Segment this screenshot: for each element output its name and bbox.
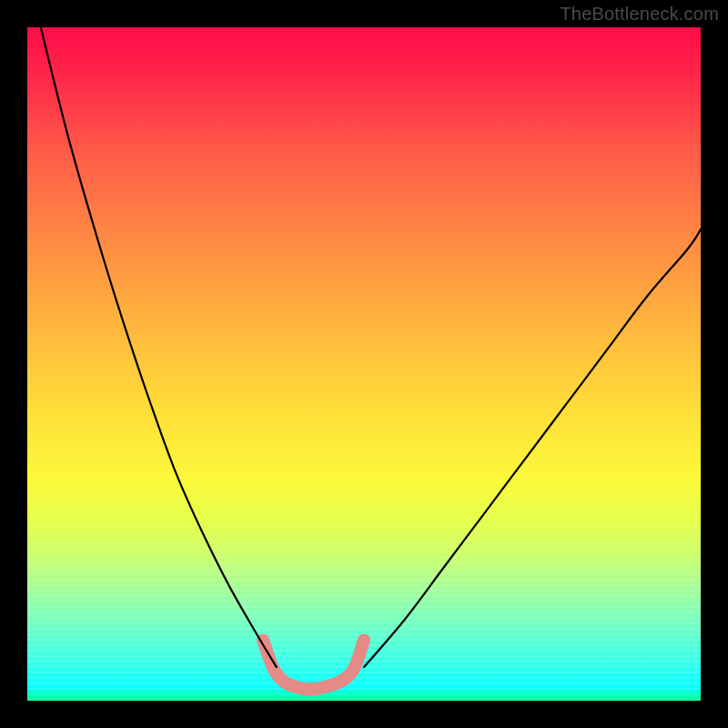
main-curves <box>41 27 701 667</box>
left-arm-path <box>41 27 277 667</box>
curve-layer <box>27 27 701 701</box>
watermark-text: TheBottleneck.com <box>560 4 719 25</box>
valley-overlay-path <box>263 640 364 689</box>
right-arm-path <box>364 229 701 667</box>
valley-highlight <box>263 640 364 689</box>
plot-area <box>27 27 701 701</box>
chart-frame: TheBottleneck.com <box>0 0 728 728</box>
